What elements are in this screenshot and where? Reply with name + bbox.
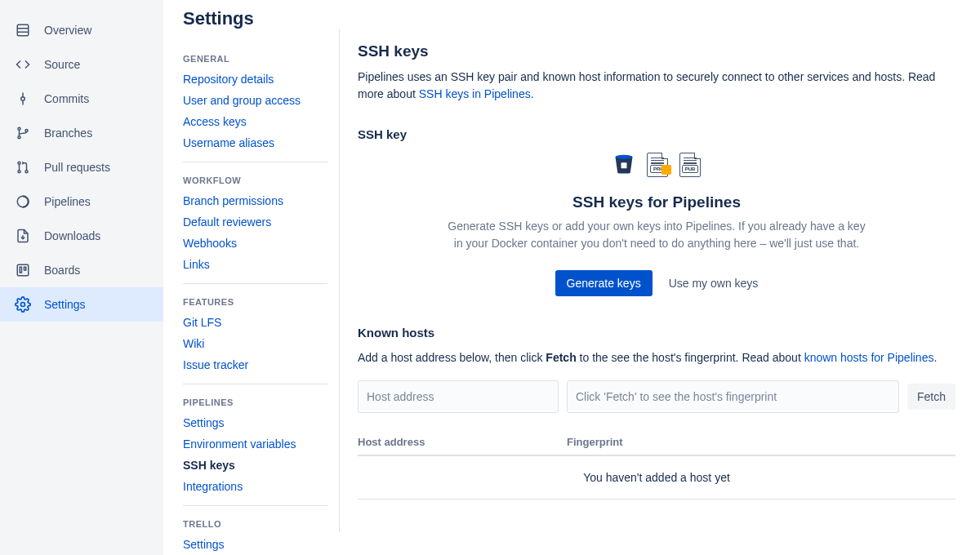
settings-group-general: GENERAL Repository details User and grou… xyxy=(183,49,327,162)
group-header: PIPELINES xyxy=(183,393,327,412)
nav-label: Downloads xyxy=(44,229,100,242)
known-hosts-section: Known hosts Add a host address below, th… xyxy=(358,326,956,500)
bucket-icon xyxy=(612,153,635,175)
settings-link-pipelines-settings[interactable]: Settings xyxy=(183,412,327,433)
settings-link-issue-tracker[interactable]: Issue tracker xyxy=(183,354,327,375)
known-hosts-heading: Known hosts xyxy=(358,326,956,340)
branches-icon xyxy=(13,123,33,143)
empty-state-title: SSH keys for Pipelines xyxy=(444,193,869,211)
sshkey-empty-state: SSH keys for Pipelines Generate SSH keys… xyxy=(444,193,869,296)
th-fingerprint: Fingerprint xyxy=(567,436,956,448)
settings-link-integrations[interactable]: Integrations xyxy=(183,476,327,497)
group-header: GENERAL xyxy=(183,49,327,69)
link-known-hosts[interactable]: known hosts for Pipelines xyxy=(804,351,934,364)
nav-item-overview[interactable]: Overview xyxy=(0,13,163,47)
nav-label: Branches xyxy=(44,127,92,140)
nav-item-pipelines[interactable]: Pipelines xyxy=(0,184,163,219)
settings-link-access-keys[interactable]: Access keys xyxy=(183,111,327,132)
use-my-own-keys-button[interactable]: Use my own keys xyxy=(669,277,759,290)
svg-rect-15 xyxy=(20,267,21,273)
page-description: Pipelines uses an SSH key pair and known… xyxy=(358,69,956,103)
settings-link-repository-details[interactable]: Repository details xyxy=(183,69,327,90)
generate-keys-button[interactable]: Generate keys xyxy=(555,270,653,296)
sshkey-label: SSH key xyxy=(358,127,956,141)
settings-link-user-group-access[interactable]: User and group access xyxy=(183,90,327,111)
nav-item-commits[interactable]: Commits xyxy=(0,82,163,116)
settings-link-ssh-keys[interactable]: SSH keys xyxy=(183,455,327,476)
settings-link-webhooks[interactable]: Webhooks xyxy=(183,233,327,254)
nav-item-boards[interactable]: Boards xyxy=(0,253,163,287)
known-hosts-desc: Add a host address below, then click Fet… xyxy=(358,351,956,364)
known-hosts-empty-row: You haven't added a host yet xyxy=(358,456,956,500)
nav-item-settings[interactable]: Settings xyxy=(0,287,163,322)
svg-point-9 xyxy=(18,162,20,164)
nav-label: Settings xyxy=(44,298,86,311)
source-icon xyxy=(13,55,33,74)
nav-label: Pipelines xyxy=(44,195,91,208)
group-header: TRELLO xyxy=(183,514,327,534)
settings-link-branch-permissions[interactable]: Branch permissions xyxy=(183,190,327,211)
fetch-button[interactable]: Fetch xyxy=(907,384,956,410)
settings-link-env-variables[interactable]: Environment variables xyxy=(183,433,327,455)
settings-group-pipelines: PIPELINES Settings Environment variables… xyxy=(183,393,327,506)
settings-group-trello: TRELLO Settings xyxy=(183,514,327,555)
pull-requests-icon xyxy=(13,158,33,177)
svg-point-3 xyxy=(21,97,25,101)
settings-link-username-aliases[interactable]: Username aliases xyxy=(183,132,327,153)
group-header: FEATURES xyxy=(183,292,327,312)
svg-point-11 xyxy=(25,171,28,173)
downloads-icon xyxy=(13,226,33,246)
pipelines-icon xyxy=(13,192,33,211)
settings-link-default-reviewers[interactable]: Default reviewers xyxy=(183,211,327,233)
nav-item-branches[interactable]: Branches xyxy=(0,116,163,150)
lock-icon xyxy=(662,165,671,175)
settings-link-wiki[interactable]: Wiki xyxy=(183,333,327,354)
svg-point-18 xyxy=(616,155,633,159)
svg-rect-0 xyxy=(17,24,29,36)
svg-rect-19 xyxy=(621,162,627,168)
th-host-address: Host address xyxy=(358,436,567,448)
empty-state-desc: Generate SSH keys or add your own keys i… xyxy=(444,218,869,252)
settings-title: Settings xyxy=(183,8,327,29)
nav-item-pull-requests[interactable]: Pull requests xyxy=(0,150,163,184)
fingerprint-display: Click 'Fetch' to see the host's fingerpr… xyxy=(567,380,899,413)
known-hosts-table-header: Host address Fingerprint xyxy=(358,436,956,456)
button-row: Generate keys Use my own keys xyxy=(444,270,869,296)
link-ssh-keys-pipelines[interactable]: SSH keys in Pipelines xyxy=(419,87,531,100)
settings-icon xyxy=(13,295,33,314)
main-content: SSH keys Pipelines uses an SSH key pair … xyxy=(340,0,980,555)
nav-item-source[interactable]: Source xyxy=(0,47,163,82)
settings-link-git-lfs[interactable]: Git LFS xyxy=(183,312,327,333)
left-sidebar: Overview Source Commits Branches Pull re… xyxy=(0,0,163,555)
file-pub-icon: PUB xyxy=(679,153,701,177)
known-hosts-form: Click 'Fetch' to see the host's fingerpr… xyxy=(358,380,956,413)
sshkey-section: SSH key PRI PUB SSH keys for Pipelines G… xyxy=(358,127,956,296)
settings-group-features: FEATURES Git LFS Wiki Issue tracker xyxy=(183,292,327,384)
settings-nav: Settings GENERAL Repository details User… xyxy=(163,0,339,555)
host-address-input[interactable] xyxy=(358,380,559,413)
nav-item-downloads[interactable]: Downloads xyxy=(0,219,163,253)
page-heading: SSH keys xyxy=(358,42,956,60)
nav-label: Commits xyxy=(44,92,89,105)
svg-point-7 xyxy=(18,136,20,139)
commits-icon xyxy=(13,89,33,109)
svg-point-10 xyxy=(18,171,20,173)
nav-label: Source xyxy=(44,58,80,71)
svg-rect-16 xyxy=(24,267,26,270)
svg-point-8 xyxy=(25,130,28,132)
boards-icon xyxy=(13,260,33,280)
settings-group-workflow: WORKFLOW Branch permissions Default revi… xyxy=(183,171,327,284)
settings-link-links[interactable]: Links xyxy=(183,254,327,275)
sshkey-illustration: PRI PUB xyxy=(358,153,956,177)
svg-rect-14 xyxy=(17,264,29,276)
group-header: WORKFLOW xyxy=(183,171,327,190)
settings-link-trello-settings[interactable]: Settings xyxy=(183,534,327,555)
svg-point-17 xyxy=(21,303,25,307)
svg-point-6 xyxy=(18,127,20,130)
nav-label: Boards xyxy=(44,264,80,277)
nav-label: Overview xyxy=(44,24,91,37)
file-pri-icon: PRI xyxy=(647,153,668,177)
nav-label: Pull requests xyxy=(44,161,110,174)
overview-icon xyxy=(13,20,33,40)
